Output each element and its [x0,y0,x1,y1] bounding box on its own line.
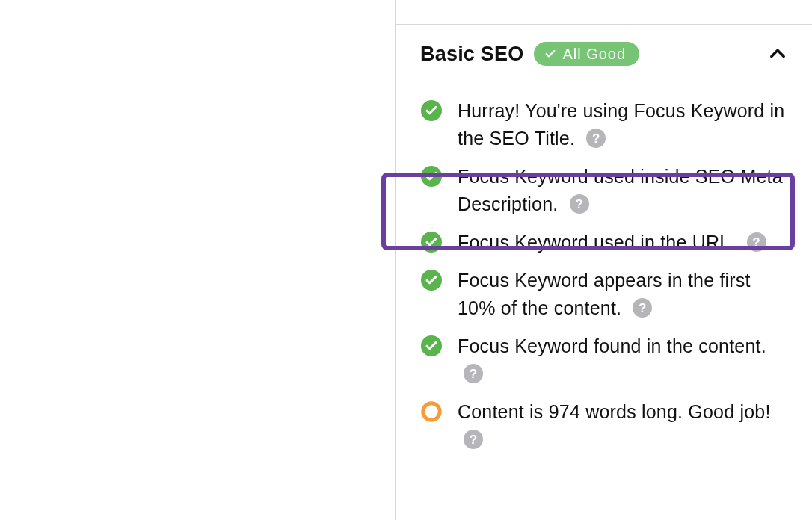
check-circle-icon [420,163,443,187]
list-item: Focus Keyword used inside SEO Meta Descr… [420,163,791,218]
basic-seo-section: Basic SEO All Good Hurray! You're using [396,25,812,454]
item-label: Focus Keyword used in the URL. [458,232,735,253]
help-icon[interactable]: ? [586,129,606,148]
collapse-toggle[interactable] [767,43,788,67]
status-badge: All Good [534,42,639,66]
item-text: Hurray! You're using Focus Keyword in th… [443,97,787,152]
item-label: Focus Keyword found in the content. [458,335,766,356]
help-icon[interactable]: ? [747,232,766,252]
item-text: Content is 974 words long. Good job! ? [443,398,787,454]
list-item: Hurray! You're using Focus Keyword in th… [420,97,791,152]
item-text: Focus Keyword appears in the first 10% o… [443,267,787,322]
item-label: Focus Keyword appears in the first 10% o… [458,270,751,318]
help-icon[interactable]: ? [464,430,483,449]
section-title: Basic SEO [420,43,523,66]
badge-label: All Good [562,46,626,61]
item-text: Focus Keyword used in the URL. ? [443,229,787,256]
seo-panel: Basic SEO All Good Hurray! You're using [395,0,812,520]
list-item: Focus Keyword found in the content. ? [420,332,791,388]
svg-point-5 [423,403,440,420]
check-circle-icon [420,267,443,291]
item-text: Focus Keyword found in the content. ? [443,332,787,388]
item-label: Focus Keyword used inside SEO Meta Descr… [458,166,783,214]
chevron-up-icon [767,43,788,64]
section-header[interactable]: Basic SEO All Good [420,42,791,66]
seo-check-list: Hurray! You're using Focus Keyword in th… [420,97,791,454]
ring-icon [420,398,443,422]
help-icon[interactable]: ? [570,194,589,214]
item-label: Hurray! You're using Focus Keyword in th… [458,100,784,149]
panel-divider [396,0,812,25]
list-item: Focus Keyword appears in the first 10% o… [420,267,791,322]
check-circle-icon [420,229,443,253]
list-item: Content is 974 words long. Good job! ? [420,398,791,454]
item-label: Content is 974 words long. Good job! [458,401,771,422]
help-icon[interactable]: ? [633,298,652,318]
check-circle-icon [420,97,443,121]
item-text: Focus Keyword used inside SEO Meta Descr… [443,163,787,218]
list-item: Focus Keyword used in the URL. ? [420,229,791,256]
help-icon[interactable]: ? [464,364,483,383]
check-icon [544,48,556,60]
check-circle-icon [420,332,443,356]
